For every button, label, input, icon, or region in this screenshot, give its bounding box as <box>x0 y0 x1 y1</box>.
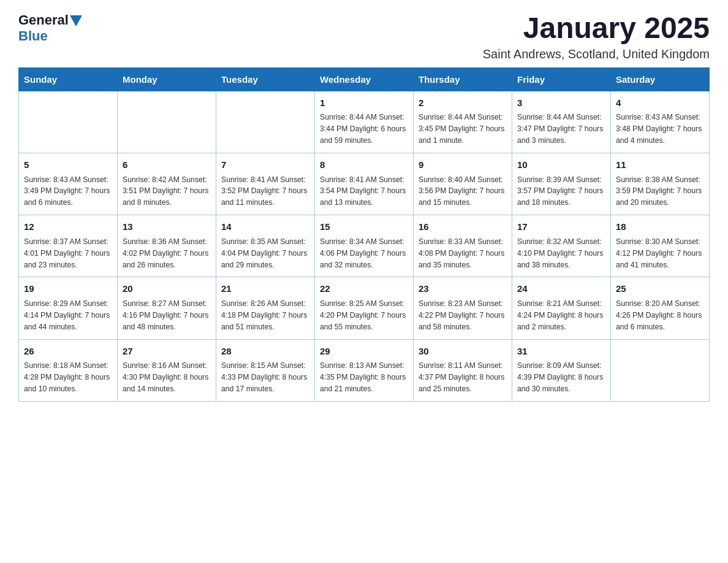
calendar-cell: 8Sunrise: 8:41 AM Sunset: 3:54 PM Daylig… <box>315 153 414 215</box>
day-number: 19 <box>24 282 112 296</box>
day-number: 31 <box>517 345 605 359</box>
weekday-header-wednesday: Wednesday <box>315 67 414 91</box>
day-number: 2 <box>419 96 507 110</box>
day-number: 21 <box>221 282 309 296</box>
weekday-header-tuesday: Tuesday <box>216 67 315 91</box>
day-number: 15 <box>320 220 408 234</box>
day-number: 26 <box>24 345 112 359</box>
day-number: 27 <box>123 345 211 359</box>
week-row-4: 19Sunrise: 8:29 AM Sunset: 4:14 PM Dayli… <box>19 277 710 339</box>
calendar-cell: 7Sunrise: 8:41 AM Sunset: 3:52 PM Daylig… <box>216 153 315 215</box>
day-info: Sunrise: 8:29 AM Sunset: 4:14 PM Dayligh… <box>24 298 112 333</box>
day-number: 5 <box>24 158 112 172</box>
day-info: Sunrise: 8:35 AM Sunset: 4:04 PM Dayligh… <box>221 236 309 271</box>
calendar-cell: 27Sunrise: 8:16 AM Sunset: 4:30 PM Dayli… <box>118 339 216 401</box>
day-info: Sunrise: 8:25 AM Sunset: 4:20 PM Dayligh… <box>320 298 408 333</box>
day-number: 20 <box>123 282 211 296</box>
day-number: 11 <box>616 158 704 172</box>
day-number: 4 <box>616 96 704 110</box>
calendar-cell: 1Sunrise: 8:44 AM Sunset: 3:44 PM Daylig… <box>315 91 414 153</box>
day-info: Sunrise: 8:43 AM Sunset: 3:49 PM Dayligh… <box>24 174 112 209</box>
calendar-cell: 4Sunrise: 8:43 AM Sunset: 3:48 PM Daylig… <box>611 91 710 153</box>
day-info: Sunrise: 8:15 AM Sunset: 4:33 PM Dayligh… <box>221 360 309 395</box>
day-info: Sunrise: 8:33 AM Sunset: 4:08 PM Dayligh… <box>419 236 507 271</box>
calendar-cell: 29Sunrise: 8:13 AM Sunset: 4:35 PM Dayli… <box>315 339 414 401</box>
day-info: Sunrise: 8:44 AM Sunset: 3:47 PM Dayligh… <box>517 112 605 147</box>
calendar-cell: 11Sunrise: 8:38 AM Sunset: 3:59 PM Dayli… <box>611 153 710 215</box>
day-number: 23 <box>419 282 507 296</box>
day-info: Sunrise: 8:37 AM Sunset: 4:01 PM Dayligh… <box>24 236 112 271</box>
calendar-table: SundayMondayTuesdayWednesdayThursdayFrid… <box>18 67 710 402</box>
calendar-cell: 14Sunrise: 8:35 AM Sunset: 4:04 PM Dayli… <box>216 215 315 277</box>
calendar-cell: 19Sunrise: 8:29 AM Sunset: 4:14 PM Dayli… <box>19 277 118 339</box>
day-info: Sunrise: 8:41 AM Sunset: 3:52 PM Dayligh… <box>221 174 309 209</box>
calendar-cell <box>611 339 710 401</box>
calendar-cell: 24Sunrise: 8:21 AM Sunset: 4:24 PM Dayli… <box>512 277 611 339</box>
day-number: 29 <box>320 345 408 359</box>
calendar-cell: 10Sunrise: 8:39 AM Sunset: 3:57 PM Dayli… <box>512 153 611 215</box>
day-number: 17 <box>517 220 605 234</box>
calendar-cell: 15Sunrise: 8:34 AM Sunset: 4:06 PM Dayli… <box>315 215 414 277</box>
calendar-cell: 18Sunrise: 8:30 AM Sunset: 4:12 PM Dayli… <box>611 215 710 277</box>
week-row-1: 1Sunrise: 8:44 AM Sunset: 3:44 PM Daylig… <box>19 91 710 153</box>
day-number: 18 <box>616 220 704 234</box>
title-block: January 2025 Saint Andrews, Scotland, Un… <box>483 12 710 61</box>
day-info: Sunrise: 8:36 AM Sunset: 4:02 PM Dayligh… <box>123 236 211 271</box>
day-info: Sunrise: 8:40 AM Sunset: 3:56 PM Dayligh… <box>419 174 507 209</box>
calendar-cell: 6Sunrise: 8:42 AM Sunset: 3:51 PM Daylig… <box>118 153 216 215</box>
day-number: 10 <box>517 158 605 172</box>
weekday-header-monday: Monday <box>118 67 216 91</box>
day-number: 13 <box>123 220 211 234</box>
calendar-subtitle: Saint Andrews, Scotland, United Kingdom <box>483 47 710 61</box>
day-number: 16 <box>419 220 507 234</box>
calendar-cell: 22Sunrise: 8:25 AM Sunset: 4:20 PM Dayli… <box>315 277 414 339</box>
day-number: 6 <box>123 158 211 172</box>
calendar-cell <box>19 91 118 153</box>
day-number: 14 <box>221 220 309 234</box>
calendar-cell <box>118 91 216 153</box>
day-number: 1 <box>320 96 408 110</box>
day-number: 9 <box>419 158 507 172</box>
calendar-cell: 5Sunrise: 8:43 AM Sunset: 3:49 PM Daylig… <box>19 153 118 215</box>
day-number: 3 <box>517 96 605 110</box>
day-info: Sunrise: 8:26 AM Sunset: 4:18 PM Dayligh… <box>221 298 309 333</box>
day-info: Sunrise: 8:38 AM Sunset: 3:59 PM Dayligh… <box>616 174 704 209</box>
day-info: Sunrise: 8:41 AM Sunset: 3:54 PM Dayligh… <box>320 174 408 209</box>
logo-general: General <box>18 12 69 28</box>
weekday-header-friday: Friday <box>512 67 611 91</box>
logo-text: General Blue <box>18 12 82 44</box>
calendar-title: January 2025 <box>483 12 710 45</box>
calendar-cell: 25Sunrise: 8:20 AM Sunset: 4:26 PM Dayli… <box>611 277 710 339</box>
calendar-cell: 17Sunrise: 8:32 AM Sunset: 4:10 PM Dayli… <box>512 215 611 277</box>
calendar-cell: 13Sunrise: 8:36 AM Sunset: 4:02 PM Dayli… <box>118 215 216 277</box>
day-number: 8 <box>320 158 408 172</box>
day-number: 12 <box>24 220 112 234</box>
day-info: Sunrise: 8:34 AM Sunset: 4:06 PM Dayligh… <box>320 236 408 271</box>
page-header: General Blue January 2025 Saint Andrews,… <box>18 12 710 61</box>
day-info: Sunrise: 8:18 AM Sunset: 4:28 PM Dayligh… <box>24 360 112 395</box>
weekday-header-sunday: Sunday <box>19 67 118 91</box>
calendar-cell: 28Sunrise: 8:15 AM Sunset: 4:33 PM Dayli… <box>216 339 315 401</box>
day-info: Sunrise: 8:27 AM Sunset: 4:16 PM Dayligh… <box>123 298 211 333</box>
day-info: Sunrise: 8:21 AM Sunset: 4:24 PM Dayligh… <box>517 298 605 333</box>
logo-triangle-icon <box>70 15 82 26</box>
day-info: Sunrise: 8:20 AM Sunset: 4:26 PM Dayligh… <box>616 298 704 333</box>
weekday-header-saturday: Saturday <box>611 67 710 91</box>
day-number: 28 <box>221 345 309 359</box>
day-info: Sunrise: 8:16 AM Sunset: 4:30 PM Dayligh… <box>123 360 211 395</box>
week-row-3: 12Sunrise: 8:37 AM Sunset: 4:01 PM Dayli… <box>19 215 710 277</box>
day-number: 24 <box>517 282 605 296</box>
day-info: Sunrise: 8:23 AM Sunset: 4:22 PM Dayligh… <box>419 298 507 333</box>
calendar-cell: 16Sunrise: 8:33 AM Sunset: 4:08 PM Dayli… <box>414 215 512 277</box>
week-row-5: 26Sunrise: 8:18 AM Sunset: 4:28 PM Dayli… <box>19 339 710 401</box>
day-info: Sunrise: 8:44 AM Sunset: 3:45 PM Dayligh… <box>419 112 507 147</box>
calendar-cell: 21Sunrise: 8:26 AM Sunset: 4:18 PM Dayli… <box>216 277 315 339</box>
day-info: Sunrise: 8:43 AM Sunset: 3:48 PM Dayligh… <box>616 112 704 147</box>
weekday-header-row: SundayMondayTuesdayWednesdayThursdayFrid… <box>19 67 710 91</box>
day-info: Sunrise: 8:11 AM Sunset: 4:37 PM Dayligh… <box>419 360 507 395</box>
calendar-cell: 3Sunrise: 8:44 AM Sunset: 3:47 PM Daylig… <box>512 91 611 153</box>
calendar-cell <box>216 91 315 153</box>
weekday-header-thursday: Thursday <box>414 67 512 91</box>
day-number: 25 <box>616 282 704 296</box>
calendar-cell: 31Sunrise: 8:09 AM Sunset: 4:39 PM Dayli… <box>512 339 611 401</box>
